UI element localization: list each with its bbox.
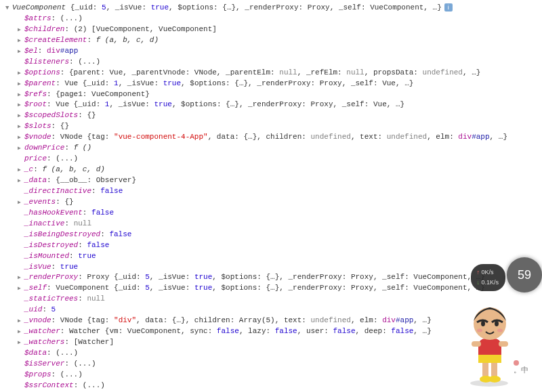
property-value: [Watcher] <box>74 338 114 346</box>
property-key: $refs <box>24 90 47 98</box>
property-value: div#app <box>47 47 78 55</box>
property-key: _renderProxy <box>24 273 78 281</box>
expand-arrow-icon[interactable] <box>18 315 24 326</box>
property-row[interactable]: _directInactive: false <box>5 186 537 197</box>
property-row[interactable]: $createElement: f (a, b, c, d) <box>5 35 537 46</box>
expand-arrow-icon[interactable] <box>18 79 24 89</box>
property-row[interactable]: $slots: {} <box>5 121 537 132</box>
property-value: false <box>91 209 114 217</box>
property-key: _vnode <box>24 316 51 324</box>
property-key: _watchers <box>24 338 64 346</box>
expand-arrow-icon[interactable] <box>18 197 24 208</box>
property-row[interactable]: _data: {__ob__: Observer} <box>5 175 537 186</box>
property-row[interactable]: downPrice: f () <box>5 143 537 154</box>
property-value: {parent: Vue, _parentVnode: VNode, _pare… <box>69 68 480 77</box>
expand-arrow-icon[interactable] <box>18 165 24 175</box>
property-row[interactable]: _isMounted: true <box>5 251 537 262</box>
download-speed: 0.1K/s <box>476 278 499 287</box>
expand-arrow-icon[interactable] <box>18 35 24 46</box>
property-value: false <box>100 187 123 195</box>
property-row[interactable]: _hasHookEvent: false <box>5 208 537 219</box>
property-row[interactable]: _isBeingDestroyed: false <box>5 230 537 240</box>
property-value: (...) <box>60 370 83 378</box>
expand-arrow-icon[interactable] <box>18 24 24 35</box>
property-row[interactable]: _vnode: VNode {tag: "div", data: {…}, ch… <box>5 315 537 326</box>
expand-arrow-icon[interactable] <box>18 326 24 337</box>
expand-arrow-icon[interactable] <box>18 143 24 154</box>
property-value: f (a, b, c, d) <box>42 165 104 173</box>
property-row[interactable]: $vnode: VNode {tag: "vue-component-4-App… <box>5 132 537 143</box>
property-key: $slots <box>24 122 51 130</box>
property-row[interactable]: _watchers: [Watcher] <box>5 337 537 348</box>
expand-arrow-icon[interactable] <box>18 337 24 348</box>
property-key: $ssrContext <box>24 381 74 389</box>
info-icon[interactable]: i <box>444 3 453 12</box>
property-value: (...) <box>74 360 96 368</box>
network-speed-value: 59 <box>518 266 531 284</box>
property-key: _staticTrees <box>24 295 78 303</box>
property-row[interactable]: price: (...) <box>5 154 537 165</box>
property-key: $attrs <box>24 14 51 22</box>
property-value: true <box>60 263 78 271</box>
property-row[interactable]: _uid: 5 <box>5 305 537 315</box>
property-key: $parent <box>24 79 56 87</box>
property-row[interactable]: $listeners: (...) <box>5 57 537 68</box>
property-row[interactable]: $props: (...) <box>5 370 537 380</box>
expand-arrow-icon[interactable] <box>5 3 12 14</box>
property-key: $createElement <box>24 36 87 44</box>
property-value: {__ob__: Observer} <box>56 176 136 184</box>
expand-arrow-icon[interactable] <box>18 110 24 121</box>
property-row[interactable]: _isVue: true <box>5 262 537 273</box>
property-key: _self <box>24 284 47 292</box>
property-row[interactable]: $scopedSlots: {} <box>5 110 537 121</box>
property-key: price <box>24 154 47 162</box>
expand-arrow-icon[interactable] <box>18 46 24 57</box>
expand-arrow-icon[interactable] <box>18 68 24 79</box>
property-key: $data <box>24 349 47 357</box>
property-key: $options <box>24 68 60 77</box>
expand-arrow-icon[interactable] <box>18 132 24 143</box>
property-row[interactable]: $el: div#app <box>5 46 537 57</box>
property-value: Vue {_uid: 1, _isVue: true, $options: {…… <box>56 100 404 108</box>
property-row[interactable]: $refs: {page1: VueComponent} <box>5 89 537 100</box>
property-value: (...) <box>78 58 100 66</box>
property-key: _isDestroyed <box>24 241 78 249</box>
property-row[interactable]: $attrs: (...) <box>5 14 537 24</box>
property-key: _uid <box>24 305 42 313</box>
expand-arrow-icon[interactable] <box>18 89 24 100</box>
network-speed-badge[interactable]: 59 <box>507 257 542 292</box>
property-row[interactable]: $root: Vue {_uid: 1, _isVue: true, $opti… <box>5 100 537 110</box>
property-row[interactable]: $parent: Vue {_uid: 1, _isVue: true, $op… <box>5 79 537 89</box>
object-type: VueComponent <box>12 3 66 12</box>
property-key: _c <box>24 165 33 173</box>
property-value: false <box>109 230 131 238</box>
property-row[interactable]: _staticTrees: null <box>5 294 537 305</box>
property-value: Proxy {_uid: 5, _isVue: true, $options: … <box>87 273 485 281</box>
expand-arrow-icon[interactable] <box>18 121 24 132</box>
expand-arrow-icon[interactable] <box>18 175 24 186</box>
property-row[interactable]: _c: f (a, b, c, d) <box>5 165 537 175</box>
property-row[interactable]: _isDestroyed: false <box>5 240 537 251</box>
expand-arrow-icon[interactable] <box>18 272 24 283</box>
property-value: (...) <box>83 381 105 389</box>
property-value: 5 <box>51 305 56 313</box>
property-value: {} <box>64 198 73 206</box>
property-row[interactable]: $children: (2) [VueComponent, VueCompone… <box>5 24 537 35</box>
property-row[interactable]: _events: {} <box>5 197 537 208</box>
property-row[interactable]: _inactive: null <box>5 219 537 230</box>
property-key: $scopedSlots <box>24 111 78 119</box>
property-row[interactable]: $options: {parent: Vue, _parentVnode: VN… <box>5 68 537 79</box>
upload-speed: 0K/s <box>476 268 499 277</box>
property-row[interactable]: $isServer: (...) <box>5 359 537 370</box>
property-row[interactable]: $data: (...) <box>5 348 537 359</box>
property-value: (...) <box>60 14 83 22</box>
property-value: (...) <box>56 154 78 162</box>
property-row[interactable]: $ssrContext: (...) <box>5 380 537 391</box>
property-value: null <box>87 295 104 303</box>
expand-arrow-icon[interactable] <box>18 100 24 110</box>
expand-arrow-icon[interactable] <box>18 283 24 294</box>
property-row[interactable]: _watcher: Watcher {vm: VueComponent, syn… <box>5 326 537 337</box>
property-row[interactable]: _renderProxy: Proxy {_uid: 5, _isVue: tr… <box>5 272 537 283</box>
property-key: $listeners <box>24 58 69 66</box>
property-row[interactable]: _self: VueComponent {_uid: 5, _isVue: tr… <box>5 283 537 294</box>
